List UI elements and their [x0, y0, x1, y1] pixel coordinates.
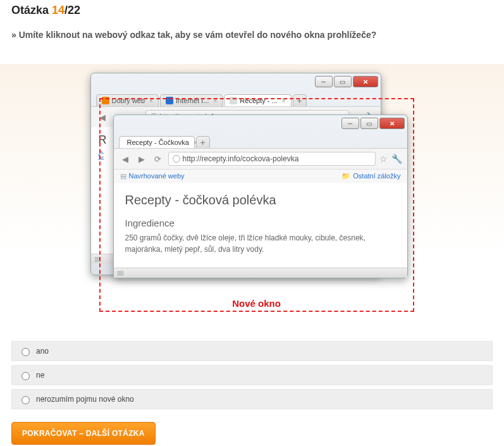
tab-close-icon: × [149, 97, 153, 104]
grip-icon [118, 271, 124, 276]
tab-close-icon: × [214, 97, 218, 104]
back-icon: ◀ [96, 111, 109, 123]
maximize-icon: ▭ [334, 76, 352, 87]
answer-label: nerozumím pojmu nové okno [36, 395, 134, 404]
answer-option[interactable]: ano [11, 341, 493, 361]
answer-label: ne [36, 371, 44, 380]
tab-bar-front: Recepty - Čočkovka× + [114, 132, 407, 148]
answer-option[interactable]: ne [11, 365, 493, 385]
page-body: 250 gramů čočky, dvě lžíce oleje, tři lž… [125, 232, 396, 255]
plus-icon: + [200, 138, 206, 147]
page-link-stub: Č [99, 151, 104, 160]
forward-icon: ▶ [135, 152, 148, 165]
tab-item-active: Recepty - Čočkovka× [119, 136, 195, 148]
answer-radio[interactable] [22, 396, 30, 404]
answer-option[interactable]: nerozumím pojmu nové okno [11, 389, 493, 409]
favicon-icon [102, 97, 109, 104]
answer-label: ano [36, 347, 49, 356]
plus-icon: + [297, 96, 302, 105]
minimize-icon: ─ [341, 118, 359, 129]
maximize-icon: ▭ [360, 118, 378, 129]
star-icon: ☆ [379, 154, 388, 164]
new-tab-button: + [196, 136, 210, 148]
folder-icon: 📁 [341, 172, 350, 180]
grip-icon [95, 257, 101, 262]
close-icon: ✕ [353, 76, 378, 87]
illustration: ─ ▭ ✕ Dobrý web× Internet I...× Recepty … [0, 64, 504, 336]
answer-radio[interactable] [22, 348, 30, 356]
favicon-icon [166, 97, 173, 104]
continue-button[interactable]: POKRAČOVAT – DALŠÍ OTÁZKA [11, 422, 156, 445]
back-icon: ◀ [119, 152, 132, 165]
tab-item-active: Recepty - ...× [224, 94, 291, 106]
favicon-icon [230, 97, 237, 104]
question-text: » Umíte kliknout na webový odkaz tak, ab… [11, 30, 493, 40]
answer-list: ano ne nerozumím pojmu nové okno [11, 341, 493, 409]
bookmarks-bar: ▤Navrhované weby 📁Ostatní záložky [114, 169, 407, 183]
highlight-label: Nové okno [101, 298, 413, 309]
globe-icon [173, 155, 180, 163]
answer-radio[interactable] [22, 372, 30, 380]
close-icon: ✕ [379, 118, 405, 129]
address-bar: http://recepty.info/cockova-polevka [168, 152, 376, 166]
question-counter: Otázka 14/22 [11, 4, 493, 17]
page-title: Recepty - čočková polévka [125, 193, 396, 208]
tab-item: Internet I...× [160, 94, 223, 106]
wrench-icon: 🔧 [391, 154, 402, 164]
tab-item: Dobrý web× [96, 94, 159, 106]
new-tab-button: + [293, 94, 307, 106]
page-icon: ▤ [120, 172, 126, 180]
reload-icon: ⟳ [152, 152, 164, 165]
browser-window-front: ─ ▭ ✕ Recepty - Čočkovka× + ◀ ▶ ⟳ http:/… [113, 115, 408, 278]
page-subtitle: Ingredience [125, 218, 396, 228]
tab-bar-back: Dobrý web× Internet I...× Recepty - ...×… [91, 90, 381, 106]
minimize-icon: ─ [315, 76, 333, 87]
tab-close-icon: × [282, 97, 286, 104]
